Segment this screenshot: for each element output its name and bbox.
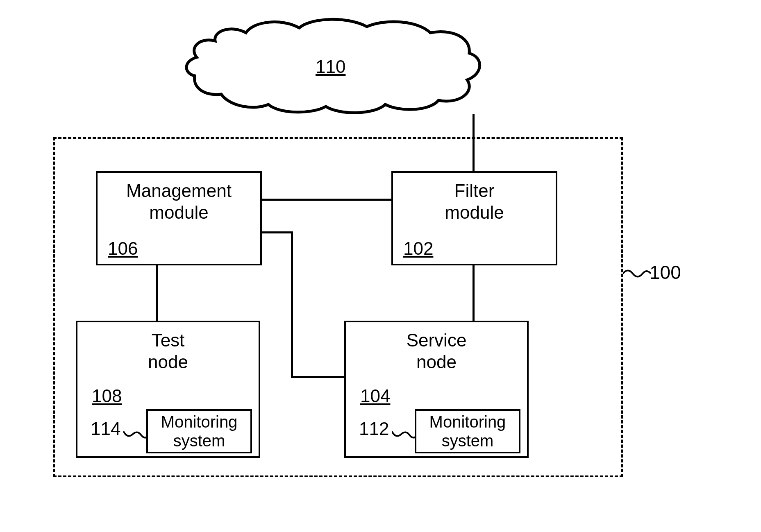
connector-elbow-v <box>291 231 293 377</box>
squiggle-test-monitoring <box>123 430 149 444</box>
test-monitoring-text: Monitoring system <box>161 412 238 450</box>
connector-management-test <box>156 265 158 321</box>
service-node-title: Service node <box>407 330 467 373</box>
test-node-box: Test node 108 114 Monitoring system <box>76 321 260 458</box>
connector-management-filter <box>262 199 391 201</box>
service-node-number: 104 <box>360 386 390 406</box>
management-number: 106 <box>108 238 138 259</box>
system-label: 100 <box>650 261 681 283</box>
test-node-title: Test node <box>148 330 188 373</box>
architecture-diagram: 110 100 Management module 106 Filter mod… <box>0 0 761 532</box>
management-title: Management module <box>126 180 232 224</box>
cloud-number: 110 <box>316 57 345 77</box>
squiggle-service-monitoring <box>392 430 417 444</box>
squiggle-system <box>623 265 652 282</box>
connector-elbow-h2 <box>291 376 344 378</box>
test-monitoring-label: 114 <box>91 419 120 439</box>
filter-module-box: Filter module 102 <box>391 171 557 265</box>
filter-number: 102 <box>403 238 433 259</box>
service-monitoring-box: Monitoring system <box>415 409 520 453</box>
service-monitoring-text: Monitoring system <box>429 412 506 450</box>
test-monitoring-box: Monitoring system <box>146 409 252 453</box>
connector-elbow-h1 <box>262 231 293 233</box>
service-node-box: Service node 104 112 Monitoring system <box>344 321 529 458</box>
filter-title: Filter module <box>445 180 504 224</box>
service-monitoring-label: 112 <box>359 419 389 439</box>
test-node-number: 108 <box>92 386 122 406</box>
management-module-box: Management module 106 <box>96 171 262 265</box>
connector-filter-service <box>473 265 475 321</box>
